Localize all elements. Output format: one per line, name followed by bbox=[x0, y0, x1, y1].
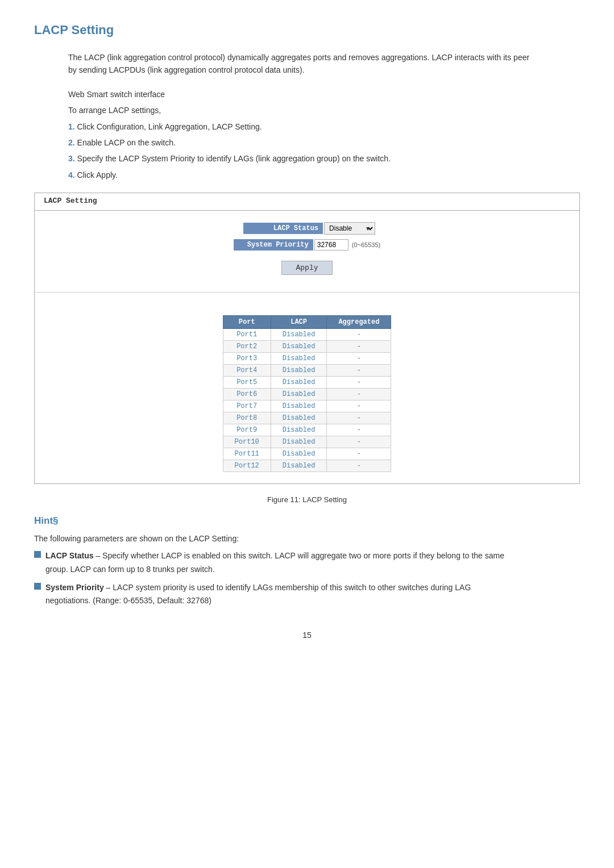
bullet-icon-2 bbox=[34, 583, 41, 590]
intro-paragraph: The LACP (link aggregation control proto… bbox=[68, 51, 534, 77]
cell-lacp-5: Disabled bbox=[271, 389, 327, 400]
hint-label-1: LACP Status bbox=[45, 551, 94, 560]
bullet-icon-1 bbox=[34, 551, 41, 558]
figure-caption: Figure 11: LACP Setting bbox=[34, 495, 580, 504]
cell-lacp-6: Disabled bbox=[271, 400, 327, 412]
system-priority-label: System Priority bbox=[234, 239, 313, 251]
hint-label-2: System Priority bbox=[45, 583, 104, 592]
cell-aggregated-1: - bbox=[327, 341, 391, 353]
table-row: Port7Disabled- bbox=[223, 400, 391, 412]
cell-aggregated-10: - bbox=[327, 448, 391, 460]
section-box-header: LACP Setting bbox=[35, 193, 579, 211]
lacp-table-area: Port LACP Aggregated Port1Disabled-Port2… bbox=[35, 304, 579, 483]
table-row: Port10Disabled- bbox=[223, 436, 391, 448]
lacp-status-input-area: Disable Enable ▼ bbox=[324, 222, 371, 235]
system-priority-row: System Priority (0~65535) bbox=[234, 239, 380, 251]
cell-port-8: Port9 bbox=[223, 424, 271, 436]
table-row: Port12Disabled- bbox=[223, 460, 391, 472]
lacp-form: LACP Status Disable Enable ▼ System Prio… bbox=[35, 211, 579, 286]
step1-label: 1. bbox=[68, 122, 75, 131]
cell-port-6: Port7 bbox=[223, 400, 271, 412]
hint-bullet-2-text: System Priority – LACP system priority i… bbox=[45, 581, 512, 608]
cell-port-0: Port1 bbox=[223, 329, 271, 341]
cell-port-10: Port11 bbox=[223, 448, 271, 460]
step3-label: 3. bbox=[68, 154, 75, 163]
cell-lacp-2: Disabled bbox=[271, 353, 327, 365]
cell-port-9: Port10 bbox=[223, 436, 271, 448]
col-lacp: LACP bbox=[271, 316, 327, 329]
hint-bullet-2: System Priority – LACP system priority i… bbox=[34, 581, 580, 608]
cell-lacp-1: Disabled bbox=[271, 341, 327, 353]
lacp-status-label: LACP Status bbox=[243, 223, 323, 234]
cell-lacp-10: Disabled bbox=[271, 448, 327, 460]
cell-lacp-0: Disabled bbox=[271, 329, 327, 341]
system-priority-input[interactable] bbox=[314, 239, 349, 251]
cell-port-5: Port6 bbox=[223, 389, 271, 400]
cell-port-3: Port4 bbox=[223, 365, 271, 377]
cell-lacp-9: Disabled bbox=[271, 436, 327, 448]
table-row: Port6Disabled- bbox=[223, 389, 391, 400]
table-row: Port4Disabled- bbox=[223, 365, 391, 377]
table-row: Port8Disabled- bbox=[223, 412, 391, 424]
cell-aggregated-3: - bbox=[327, 365, 391, 377]
hint-bullet-1-text: LACP Status – Specify whether LACP is en… bbox=[45, 549, 512, 577]
table-row: Port2Disabled- bbox=[223, 341, 391, 353]
cell-aggregated-2: - bbox=[327, 353, 391, 365]
table-row: Port1Disabled- bbox=[223, 329, 391, 341]
page-title: LACP Setting bbox=[34, 23, 580, 37]
lacp-table: Port LACP Aggregated Port1Disabled-Port2… bbox=[223, 315, 392, 472]
apply-button[interactable]: Apply bbox=[281, 261, 332, 275]
cell-lacp-7: Disabled bbox=[271, 412, 327, 424]
lacp-status-select[interactable]: Disable Enable bbox=[324, 222, 375, 235]
col-port: Port bbox=[223, 316, 271, 329]
cell-port-7: Port8 bbox=[223, 412, 271, 424]
table-row: Port9Disabled- bbox=[223, 424, 391, 436]
section-box-title: LACP Setting bbox=[38, 193, 103, 208]
lacp-status-row: LACP Status Disable Enable ▼ bbox=[243, 222, 371, 235]
cell-port-11: Port12 bbox=[223, 460, 271, 472]
instructions-section: Web Smart switch interface To arrange LA… bbox=[68, 88, 580, 181]
cell-lacp-3: Disabled bbox=[271, 365, 327, 377]
step2-text: Enable LACP on the switch. bbox=[77, 138, 176, 147]
hint-bullet-1: LACP Status – Specify whether LACP is en… bbox=[34, 549, 580, 577]
hint-intro: The following parameters are shown on th… bbox=[34, 532, 580, 546]
cell-lacp-8: Disabled bbox=[271, 424, 327, 436]
table-header-row: Port LACP Aggregated bbox=[223, 316, 391, 329]
cell-lacp-4: Disabled bbox=[271, 377, 327, 389]
form-table-separator bbox=[35, 292, 579, 293]
cell-aggregated-11: - bbox=[327, 460, 391, 472]
lacp-setting-box: LACP Setting LACP Status Disable Enable … bbox=[34, 193, 580, 484]
table-row: Port3Disabled- bbox=[223, 353, 391, 365]
cell-aggregated-0: - bbox=[327, 329, 391, 341]
cell-aggregated-5: - bbox=[327, 389, 391, 400]
cell-port-2: Port3 bbox=[223, 353, 271, 365]
step4-text: Click Apply. bbox=[77, 170, 118, 180]
step1-text: Click Configuration, Link Aggregation, L… bbox=[77, 122, 262, 131]
table-row: Port11Disabled- bbox=[223, 448, 391, 460]
cell-aggregated-7: - bbox=[327, 412, 391, 424]
cell-aggregated-8: - bbox=[327, 424, 391, 436]
system-priority-input-area: (0~65535) bbox=[314, 239, 380, 251]
page-number: 15 bbox=[34, 631, 580, 640]
cell-aggregated-4: - bbox=[327, 377, 391, 389]
hint-title: Hint§ bbox=[34, 515, 580, 527]
step4-label: 4. bbox=[68, 170, 75, 180]
cell-port-4: Port5 bbox=[223, 377, 271, 389]
table-row: Port5Disabled- bbox=[223, 377, 391, 389]
step2-label: 2. bbox=[68, 138, 75, 147]
cell-lacp-11: Disabled bbox=[271, 460, 327, 472]
step3-text: Specify the LACP System Priority to iden… bbox=[77, 154, 391, 163]
hint-section: Hint§ The following parameters are shown… bbox=[34, 515, 580, 608]
cell-aggregated-9: - bbox=[327, 436, 391, 448]
cell-port-1: Port2 bbox=[223, 341, 271, 353]
range-hint: (0~65535) bbox=[352, 241, 380, 248]
col-aggregated: Aggregated bbox=[327, 316, 391, 329]
cell-aggregated-6: - bbox=[327, 400, 391, 412]
